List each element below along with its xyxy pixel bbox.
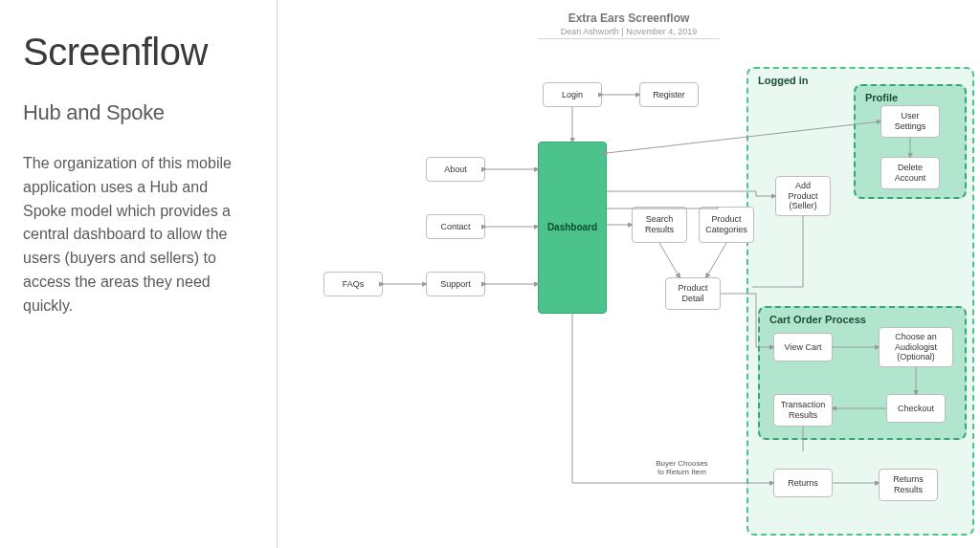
section-subtitle: Hub and Spoke <box>23 100 254 125</box>
page-title: Screenflow <box>23 31 254 74</box>
section-body: The organization of this mobile applicat… <box>23 152 254 318</box>
svg-line-9 <box>607 121 880 153</box>
diagram-wires <box>278 0 980 548</box>
svg-line-7 <box>659 243 679 277</box>
svg-line-8 <box>706 243 726 277</box>
screenflow-diagram: Extra Ears Screenflow Dean Ashworth | No… <box>278 0 980 548</box>
